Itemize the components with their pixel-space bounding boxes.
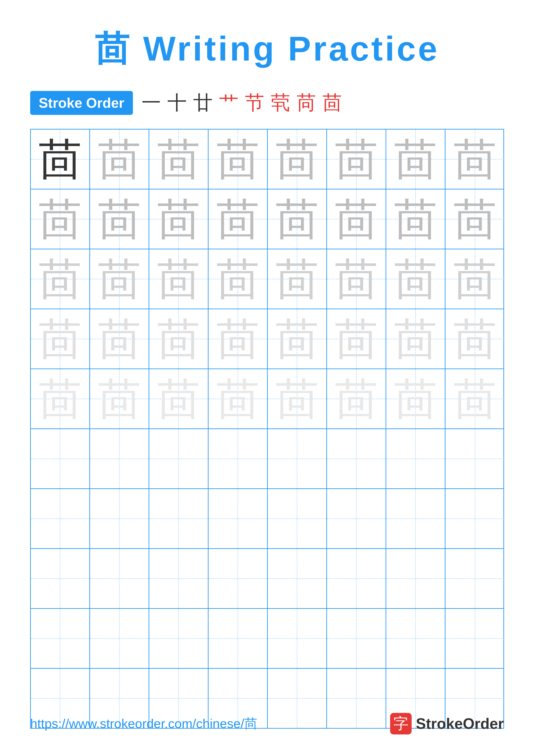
grid-cell[interactable]: 茴 — [31, 189, 90, 249]
grid-cell[interactable]: 茴 — [31, 369, 90, 428]
grid-cell[interactable]: 茴 — [268, 249, 327, 309]
grid-cell[interactable] — [268, 429, 327, 488]
practice-char: 茴 — [275, 377, 318, 420]
grid-cell[interactable]: 茴 — [386, 249, 445, 309]
grid-cell[interactable] — [90, 609, 149, 668]
grid-cell[interactable] — [268, 489, 327, 548]
grid-cell[interactable]: 茴 — [90, 249, 149, 309]
grid-cell[interactable] — [90, 489, 149, 548]
practice-char: 茴 — [453, 317, 496, 361]
grid-cell[interactable]: 茴 — [327, 129, 386, 189]
grid-cell[interactable]: 茴 — [268, 369, 327, 428]
grid-row: 茴 茴 茴 茴 茴 茴 茴 茴 — [31, 369, 503, 429]
practice-char: 茴 — [394, 257, 437, 301]
grid-cell[interactable] — [209, 609, 268, 668]
grid-cell[interactable]: 茴 — [149, 369, 209, 428]
grid-cell[interactable] — [327, 489, 386, 548]
grid-cell[interactable]: 茴 — [149, 129, 209, 189]
grid-cell[interactable] — [386, 549, 445, 608]
grid-cell[interactable] — [90, 429, 149, 488]
grid-cell[interactable]: 茴 — [268, 189, 327, 249]
grid-cell[interactable] — [31, 609, 90, 668]
grid-cell[interactable]: 茴 — [327, 369, 386, 428]
grid-cell[interactable] — [327, 549, 386, 608]
practice-char: 茴 — [335, 198, 378, 241]
grid-cell[interactable] — [90, 549, 149, 608]
practice-char: 茴 — [453, 257, 496, 301]
practice-char: 茴 — [38, 198, 82, 241]
footer-logo-text: StrokeOrder — [416, 715, 504, 732]
practice-char: 茴 — [157, 317, 200, 361]
grid-cell[interactable] — [445, 549, 505, 608]
stroke-5: 节 — [245, 90, 264, 116]
footer-logo: 字 StrokeOrder — [390, 713, 504, 735]
grid-cell[interactable]: 茴 — [268, 309, 327, 368]
grid-cell[interactable] — [31, 489, 90, 548]
grid-cell[interactable]: 茴 — [31, 129, 90, 189]
grid-cell[interactable] — [327, 609, 386, 668]
grid-cell[interactable]: 茴 — [209, 309, 268, 368]
grid-cell[interactable] — [31, 549, 90, 608]
grid-cell[interactable]: 茴 — [90, 309, 149, 368]
grid-cell[interactable] — [209, 429, 268, 488]
footer-logo-icon: 字 — [390, 713, 412, 735]
footer-url[interactable]: https://www.strokeorder.com/chinese/茴 — [30, 715, 257, 733]
grid-cell[interactable]: 茴 — [386, 129, 445, 189]
grid-cell[interactable]: 茴 — [386, 369, 445, 428]
practice-char: 茴 — [38, 317, 82, 361]
grid-cell[interactable] — [209, 489, 268, 548]
grid-cell[interactable]: 茴 — [445, 249, 505, 309]
grid-cell[interactable]: 茴 — [327, 249, 386, 309]
grid-cell[interactable]: 茴 — [149, 249, 209, 309]
grid-cell[interactable]: 茴 — [149, 189, 209, 249]
grid-cell[interactable]: 茴 — [445, 309, 505, 368]
practice-char: 茴 — [157, 377, 200, 420]
grid-cell[interactable]: 茴 — [90, 189, 149, 249]
practice-char: 茴 — [157, 138, 200, 181]
grid-cell[interactable] — [149, 489, 209, 548]
practice-char: 茴 — [275, 198, 318, 241]
grid-cell[interactable]: 茴 — [209, 249, 268, 309]
grid-cell[interactable]: 茴 — [90, 369, 149, 428]
grid-cell[interactable] — [31, 429, 90, 488]
grid-cell[interactable]: 茴 — [31, 309, 90, 368]
practice-char: 茴 — [335, 317, 378, 361]
practice-char: 茴 — [98, 257, 141, 301]
grid-cell[interactable]: 茴 — [209, 129, 268, 189]
grid-cell[interactable]: 茴 — [268, 129, 327, 189]
grid-cell[interactable] — [445, 489, 505, 548]
grid-cell[interactable] — [445, 609, 505, 668]
grid-cell[interactable]: 茴 — [90, 129, 149, 189]
grid-cell[interactable] — [149, 429, 209, 488]
grid-cell[interactable]: 茴 — [327, 309, 386, 368]
grid-cell[interactable] — [445, 429, 505, 488]
practice-char: 茴 — [335, 257, 378, 301]
practice-char: 茴 — [98, 138, 141, 181]
grid-cell[interactable] — [386, 609, 445, 668]
page: 茴 Writing Practice Stroke Order 一 十 廿 艹 … — [0, 0, 534, 756]
grid-cell[interactable] — [209, 549, 268, 608]
grid-cell[interactable] — [268, 609, 327, 668]
practice-char: 茴 — [38, 138, 82, 181]
practice-char: 茴 — [216, 257, 259, 301]
grid-cell[interactable]: 茴 — [149, 309, 209, 368]
grid-cell[interactable] — [268, 549, 327, 608]
grid-cell[interactable]: 茴 — [386, 189, 445, 249]
grid-cell[interactable]: 茴 — [386, 309, 445, 368]
grid-cell[interactable] — [149, 609, 209, 668]
grid-cell[interactable] — [386, 489, 445, 548]
grid-cell[interactable]: 茴 — [445, 129, 505, 189]
practice-char: 茴 — [275, 138, 318, 181]
grid-cell[interactable]: 茴 — [31, 249, 90, 309]
grid-cell[interactable]: 茴 — [209, 369, 268, 428]
grid-cell[interactable]: 茴 — [445, 189, 505, 249]
grid-cell[interactable] — [149, 549, 209, 608]
stroke-order-badge: Stroke Order — [30, 91, 133, 115]
stroke-order-section: Stroke Order 一 十 廿 艹 节 茕 苘 茴 — [30, 90, 504, 116]
grid-cell[interactable]: 茴 — [445, 369, 505, 428]
grid-cell[interactable]: 茴 — [209, 189, 268, 249]
grid-cell[interactable]: 茴 — [327, 189, 386, 249]
page-title: 茴 Writing Practice — [95, 26, 440, 72]
grid-cell[interactable] — [386, 429, 445, 488]
grid-cell[interactable] — [327, 429, 386, 488]
